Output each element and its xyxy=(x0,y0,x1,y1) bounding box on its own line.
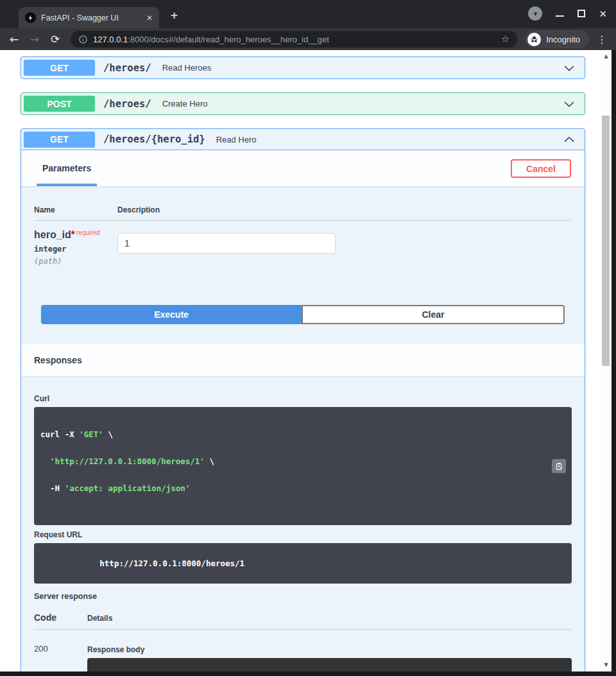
incognito-icon xyxy=(527,33,541,46)
tab-title: FastAPI - Swagger UI xyxy=(41,13,141,22)
op-summary-text: Read Heroes xyxy=(162,63,212,73)
maximize-button[interactable] xyxy=(578,10,585,17)
responses-title: Responses xyxy=(34,355,82,365)
required-label: required xyxy=(76,229,100,236)
parameter-location: (path) xyxy=(34,257,117,266)
name-column-header: Name xyxy=(34,205,117,214)
curl-line: 'http://127.0.0.1:8000/heroes/1' \ xyxy=(40,457,565,466)
parameters-tab-label: Parameters xyxy=(42,163,91,173)
op-path: /heroes/ xyxy=(103,98,151,110)
window-edge-right xyxy=(612,50,616,676)
response-table-head: Code Details xyxy=(34,612,572,630)
responses-body: Curl curl -X 'GET' \ 'http://127.0.0.1:8… xyxy=(21,376,585,672)
clear-button[interactable]: Clear xyxy=(302,305,565,324)
page-content: GET /heroes/ Read Heroes POST /heroes/ C… xyxy=(0,50,612,672)
response-body-label: Response body xyxy=(87,645,572,654)
op-path: /heroes/ xyxy=(103,62,151,74)
status-code: 200 xyxy=(34,639,87,672)
required-star: * xyxy=(71,229,75,240)
browser-titlebar: FastAPI - Swagger UI ✕ + ▾ ✕ xyxy=(0,0,616,28)
page-scrollbar[interactable]: ▲ ▼ xyxy=(601,50,612,672)
chevron-down-icon[interactable] xyxy=(563,62,576,74)
opblock-post-heroes: POST /heroes/ Create Hero xyxy=(21,92,585,115)
url-bar[interactable]: 127.0.0.1:8000/docs#/default/read_hero_h… xyxy=(71,31,517,48)
execute-button[interactable]: Execute xyxy=(41,305,302,324)
fastapi-favicon-icon xyxy=(25,12,36,23)
op-path: /heroes/{hero_id} xyxy=(103,134,205,145)
back-button[interactable]: ← xyxy=(6,33,22,46)
browser-menu-icon[interactable]: ⋮ xyxy=(597,33,607,46)
scroll-down-icon[interactable]: ▼ xyxy=(601,662,612,668)
response-row-200: 200 Response body { "name": "Deadpond", … xyxy=(34,630,572,672)
method-badge-get: GET xyxy=(24,132,95,148)
tab-close-icon[interactable]: ✕ xyxy=(146,13,153,22)
browser-window: FastAPI - Swagger UI ✕ + ▾ ✕ ← → ⟳ 127.0… xyxy=(0,0,616,676)
window-edge-bottom xyxy=(0,672,616,676)
parameters-header: Parameters Cancel xyxy=(21,150,585,186)
method-badge-get: GET xyxy=(24,60,95,76)
copy-curl-button[interactable] xyxy=(552,459,566,473)
opblock-get-hero-by-id: GET /heroes/{hero_id} Read Hero Paramete… xyxy=(21,128,585,672)
description-column-header: Description xyxy=(117,205,160,214)
incognito-badge: Incognito xyxy=(525,30,589,48)
incognito-label: Incognito xyxy=(546,35,580,44)
op-summary-text: Read Hero xyxy=(216,135,257,144)
curl-line: curl -X 'GET' \ xyxy=(40,430,565,439)
request-url-block: http://127.0.0.1:8000/heroes/1 xyxy=(34,543,572,584)
op-summary-text: Create Hero xyxy=(162,99,208,108)
curl-command-block: curl -X 'GET' \ 'http://127.0.0.1:8000/h… xyxy=(34,407,572,525)
method-badge-post: POST xyxy=(24,96,95,112)
close-window-button[interactable]: ✕ xyxy=(599,9,607,19)
curl-line: -H 'accept: application/json' xyxy=(40,484,565,493)
swagger-ui: GET /heroes/ Read Heroes POST /heroes/ C… xyxy=(0,50,601,672)
parameter-meta: hero_id*required integer (path) xyxy=(34,229,117,266)
hero-id-input[interactable] xyxy=(117,233,336,254)
forward-button[interactable]: → xyxy=(27,33,42,46)
response-details: Response body { "name": "Deadpond", "sec… xyxy=(87,639,572,672)
url-path: :8000/docs#/default/read_hero_heroes__he… xyxy=(128,35,329,44)
scroll-up-icon[interactable]: ▲ xyxy=(601,53,612,59)
chevron-up-icon[interactable] xyxy=(563,133,576,146)
url-text: 127.0.0.1:8000/docs#/default/read_hero_h… xyxy=(93,35,329,44)
code-column-header: Code xyxy=(34,612,87,623)
chrome-caret-icon[interactable]: ▾ xyxy=(528,6,542,21)
scrollbar-thumb[interactable] xyxy=(602,116,610,366)
active-tab-underline xyxy=(37,184,97,186)
window-controls: ▾ ✕ xyxy=(528,6,607,21)
browser-toolbar: ← → ⟳ 127.0.0.1:8000/docs#/default/read_… xyxy=(0,28,616,50)
info-icon[interactable] xyxy=(78,35,88,44)
opblock-get-heroes: GET /heroes/ Read Heroes xyxy=(21,56,585,79)
browser-tab[interactable]: FastAPI - Swagger UI ✕ xyxy=(19,7,159,28)
request-url-label: Request URL xyxy=(34,530,572,539)
responses-header: Responses xyxy=(21,344,585,376)
execute-wrapper: Execute Clear xyxy=(21,305,585,324)
parameter-value-cell xyxy=(117,229,336,266)
url-host: 127.0.0.1 xyxy=(93,35,128,44)
opblock-summary[interactable]: GET /heroes/ Read Heroes xyxy=(21,57,585,78)
parameter-name: hero_id*required xyxy=(34,229,117,241)
parameters-table: Name Description hero_id*required intege… xyxy=(21,186,585,266)
response-body-block: { "name": "Deadpond", "secret_name": "Di… xyxy=(87,658,572,672)
new-tab-button[interactable]: + xyxy=(171,8,178,22)
request-url-value: http://127.0.0.1:8000/heroes/1 xyxy=(99,559,244,568)
opblock-summary[interactable]: POST /heroes/ Create Hero xyxy=(21,93,585,114)
tab-parameters[interactable]: Parameters xyxy=(37,150,97,186)
parameters-table-head: Name Description xyxy=(34,191,572,221)
minimize-button[interactable] xyxy=(556,15,564,17)
clipboard-icon xyxy=(555,462,563,471)
reload-button[interactable]: ⟳ xyxy=(47,33,63,46)
details-column-header: Details xyxy=(87,614,112,623)
cancel-button[interactable]: Cancel xyxy=(511,159,571,178)
parameter-type: integer xyxy=(34,245,117,254)
server-response-label: Server response xyxy=(34,592,572,601)
parameter-row-hero-id: hero_id*required integer (path) xyxy=(34,221,572,266)
bookmark-star-icon[interactable]: ☆ xyxy=(501,33,509,45)
chevron-down-icon[interactable] xyxy=(563,98,576,110)
opblock-summary[interactable]: GET /heroes/{hero_id} Read Hero xyxy=(21,129,585,150)
curl-label: Curl xyxy=(34,394,572,403)
